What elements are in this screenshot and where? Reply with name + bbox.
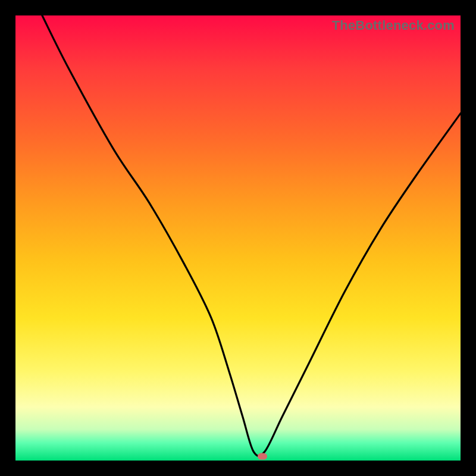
bottleneck-curve <box>15 15 461 461</box>
optimal-point-marker <box>258 453 267 459</box>
chart-plot-area: TheBottleneck.com <box>15 15 461 461</box>
chart-stage: TheBottleneck.com <box>0 0 476 476</box>
